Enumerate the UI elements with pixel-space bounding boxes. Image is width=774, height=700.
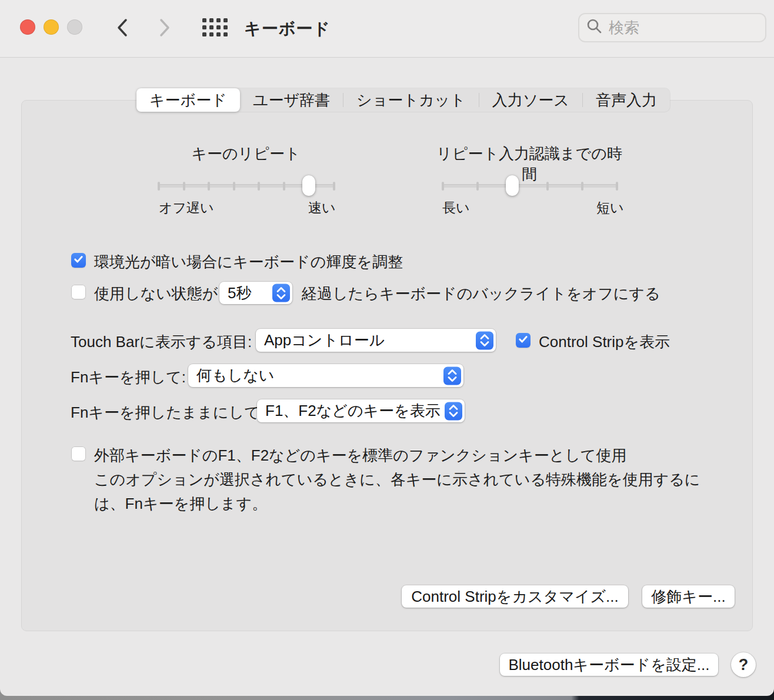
search-field[interactable] — [578, 13, 766, 42]
updown-chevron-icon — [443, 366, 461, 385]
checkmark-icon — [72, 253, 85, 268]
backlight-off-label-before: 使用しない状態が — [94, 284, 218, 304]
fn-press-label: Fnキーを押して: — [71, 367, 186, 388]
chevron-right-icon — [158, 18, 172, 39]
updown-chevron-icon — [272, 284, 290, 302]
tab-dictation[interactable]: 音声入力 — [583, 88, 670, 112]
tab-input-sources[interactable]: 入力ソース — [479, 88, 582, 112]
repeat-delay-label-long: 長い — [442, 199, 470, 217]
chevron-left-icon — [115, 18, 129, 39]
fn-press-select[interactable]: 何もしない — [188, 364, 463, 387]
question-mark-icon: ? — [739, 656, 749, 674]
modifier-keys-button[interactable]: 修飾キー... — [642, 585, 735, 608]
fn-hold-label: Fnキーを押したままにして: — [71, 402, 264, 423]
slider-tick — [158, 182, 160, 191]
backlight-off-label-after: 経過したらキーボードのバックライトをオフにする — [302, 284, 660, 304]
minimize-button[interactable] — [44, 19, 59, 35]
adjust-brightness-label: 環境光が暗い場合にキーボードの輝度を調整 — [94, 252, 403, 272]
slider-tick — [616, 182, 618, 191]
slider-thumb[interactable] — [302, 175, 315, 196]
slider-tick — [333, 182, 335, 191]
adjust-brightness-checkbox[interactable] — [71, 253, 86, 268]
close-button[interactable] — [20, 19, 35, 35]
search-icon — [586, 18, 603, 37]
control-strip-checkbox[interactable] — [516, 333, 531, 348]
backlight-delay-select[interactable]: 5秒 — [219, 282, 292, 304]
slider-tick — [233, 182, 235, 191]
external-keyboard-label: 外部キーボードのF1、F2などのキーを標準のファンクションキーとして使用 — [94, 445, 626, 466]
backlight-delay-value: 5秒 — [228, 283, 251, 304]
fn-hold-value: F1、F2などのキーを表示 — [265, 401, 441, 421]
zoom-button-disabled — [67, 19, 82, 35]
tab-keyboard[interactable]: キーボード — [136, 88, 240, 112]
slider-tick — [476, 182, 479, 191]
key-repeat-label-slow: 遅い — [186, 199, 214, 217]
updown-chevron-icon — [445, 402, 462, 420]
show-all-button[interactable] — [202, 18, 229, 38]
tab-shortcuts[interactable]: ショートカット — [343, 88, 479, 112]
repeat-delay-slider[interactable] — [443, 174, 617, 200]
key-repeat-label-fast: 速い — [308, 199, 336, 217]
slider-tick — [283, 182, 285, 191]
setup-bluetooth-keyboard-button[interactable]: Bluetoothキーボードを設定... — [500, 654, 718, 676]
key-repeat-label-off: オフ — [159, 199, 186, 217]
forward-button[interactable] — [156, 18, 173, 39]
touch-bar-value: Appコントロール — [264, 330, 385, 351]
key-repeat-slider[interactable] — [159, 174, 334, 200]
search-input[interactable] — [609, 19, 758, 37]
help-button[interactable]: ? — [731, 652, 756, 677]
tab-user-dictionary[interactable]: ユーザ辞書 — [240, 88, 343, 112]
tab-bar: キーボード ユーザ辞書 ショートカット 入力ソース 音声入力 — [136, 88, 670, 112]
checkmark-icon — [517, 333, 529, 348]
touch-bar-label: Touch Barに表示する項目: — [71, 332, 252, 352]
toolbar: キーボード — [0, 0, 774, 58]
grid-icon — [202, 18, 206, 22]
touch-bar-select[interactable]: Appコントロール — [256, 329, 496, 352]
backlight-off-checkbox[interactable] — [71, 285, 86, 299]
window-title: キーボード — [244, 18, 331, 40]
slider-tick — [183, 182, 185, 191]
slider-tick — [581, 182, 583, 191]
fn-press-value: 何もしない — [196, 365, 274, 386]
key-repeat-title: キーのリピート — [158, 144, 334, 164]
external-keyboard-checkbox[interactable] — [71, 446, 86, 461]
slider-tick — [442, 182, 444, 191]
keyboard-preferences-window: キーボード キーボード ユーザ辞書 ショートカット 入力ソース 音声入力 キーの… — [0, 0, 774, 696]
fn-hold-select[interactable]: F1、F2などのキーを表示 — [257, 399, 465, 422]
slider-thumb[interactable] — [506, 175, 519, 196]
checkmark-icon — [72, 446, 85, 461]
slider-track[interactable] — [443, 184, 617, 188]
customize-control-strip-button[interactable]: Control Stripをカスタマイズ... — [402, 585, 628, 608]
checkmark-icon — [72, 285, 85, 299]
external-keyboard-description: このオプションが選択されているときに、各キーに示されている特殊機能を使用するには… — [94, 468, 729, 516]
updown-chevron-icon — [476, 331, 493, 349]
back-button[interactable] — [114, 18, 131, 39]
slider-tick — [546, 182, 549, 191]
control-strip-label: Control Stripを表示 — [539, 332, 670, 352]
repeat-delay-label-short: 短い — [596, 199, 624, 217]
slider-tick — [208, 182, 210, 191]
slider-tick — [258, 182, 260, 191]
